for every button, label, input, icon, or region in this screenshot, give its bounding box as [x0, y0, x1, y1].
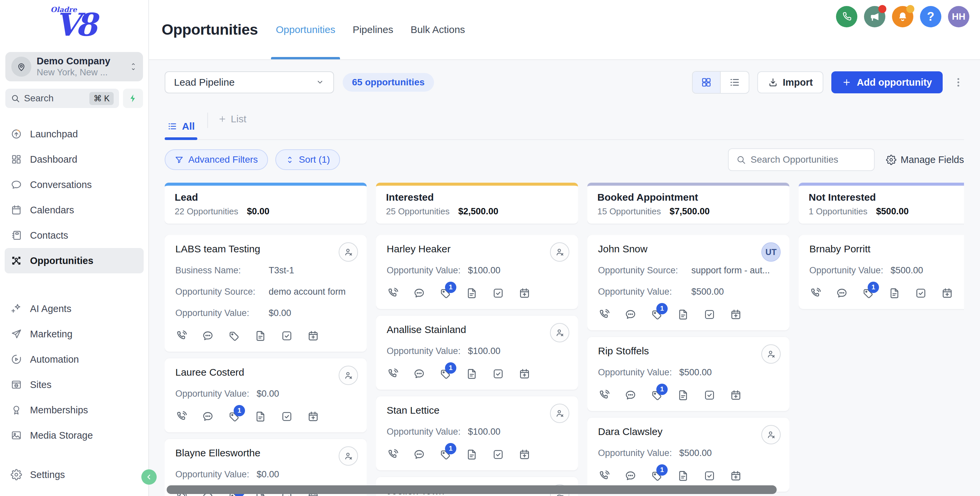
- note-action-button[interactable]: [255, 410, 267, 423]
- opportunity-card-brnaby-porritt[interactable]: Brnaby PorrittOpportunity Value:$500.001: [799, 235, 964, 309]
- tag-action-button[interactable]: 1: [228, 410, 240, 423]
- import-button[interactable]: Import: [757, 72, 823, 93]
- sidebar-item-memberships[interactable]: Memberships: [5, 397, 144, 423]
- message-action-button[interactable]: [202, 410, 214, 423]
- assignee-avatar[interactable]: [550, 323, 570, 342]
- sidebar-item-dashboard[interactable]: Dashboard: [5, 147, 144, 172]
- sidebar-item-contacts[interactable]: Contacts: [5, 223, 144, 248]
- phone-call-action-button[interactable]: [598, 308, 610, 321]
- opportunity-card-anallise-stainland[interactable]: Anallise StainlandOpportunity Value:$100…: [376, 316, 578, 389]
- sidebar-collapse-button[interactable]: [142, 469, 157, 485]
- sidebar-item-sites[interactable]: Sites: [5, 372, 144, 397]
- assignee-avatar[interactable]: [339, 366, 358, 385]
- column-header[interactable]: Booked Appointment15 Opportunities$7,500…: [587, 183, 789, 224]
- opportunity-card-harley-heaker[interactable]: Harley HeakerOpportunity Value:$100.001: [376, 235, 578, 309]
- tag-action-button[interactable]: 1: [439, 368, 452, 380]
- note-action-button[interactable]: [888, 287, 900, 299]
- more-options-button[interactable]: [953, 77, 964, 88]
- assignee-avatar[interactable]: [550, 242, 570, 262]
- sidebar-item-opportunities[interactable]: Opportunities: [5, 248, 144, 273]
- message-action-button[interactable]: [413, 448, 425, 461]
- column-header[interactable]: Lead22 Opportunities$0.00: [165, 183, 367, 224]
- tag-action-button[interactable]: [228, 330, 240, 342]
- tag-action-button[interactable]: 1: [439, 287, 452, 299]
- message-action-button[interactable]: [624, 389, 637, 401]
- note-action-button[interactable]: [677, 470, 689, 482]
- message-action-button[interactable]: [413, 368, 425, 380]
- message-action-button[interactable]: [202, 330, 214, 342]
- quick-actions-button[interactable]: [123, 89, 143, 108]
- opportunity-card-john-snow[interactable]: John SnowUTOpportunity Source:support fo…: [587, 235, 789, 330]
- phone-call-action-button[interactable]: [809, 287, 822, 299]
- assignee-avatar[interactable]: [761, 425, 781, 444]
- tab-opportunities[interactable]: Opportunities: [276, 0, 335, 59]
- grid-view-button[interactable]: [693, 72, 721, 93]
- tab-bulk-actions[interactable]: Bulk Actions: [410, 0, 465, 59]
- column-header[interactable]: Interested25 Opportunities$2,500.00: [376, 183, 578, 224]
- phone-call-action-button[interactable]: [387, 287, 399, 299]
- opportunity-card-stan-lettice[interactable]: Stan LetticeOpportunity Value:$100.001: [376, 396, 578, 471]
- sort-button[interactable]: Sort (1): [275, 149, 340, 170]
- task-action-button[interactable]: [915, 287, 927, 299]
- phone-call-action-button[interactable]: [598, 389, 610, 401]
- calendar-plus-action-button[interactable]: [518, 368, 531, 380]
- tab-pipelines[interactable]: Pipelines: [353, 0, 393, 59]
- opportunity-card-rip-stoffels[interactable]: Rip StoffelsOpportunity Value:$500.001: [587, 337, 789, 411]
- tag-action-button[interactable]: 1: [439, 448, 452, 461]
- note-action-button[interactable]: [677, 389, 689, 401]
- tag-action-button[interactable]: 1: [651, 470, 663, 482]
- message-action-button[interactable]: [413, 287, 425, 299]
- assignee-avatar[interactable]: [339, 242, 358, 262]
- manage-fields-button[interactable]: Manage Fields: [886, 154, 964, 165]
- sidebar-item-media-storage[interactable]: Media Storage: [5, 423, 144, 448]
- opportunity-card-dara-clawsley[interactable]: Dara ClawsleyOpportunity Value:$500.001: [587, 418, 789, 492]
- tag-action-button[interactable]: 1: [651, 389, 663, 401]
- phone-call-action-button[interactable]: [387, 448, 399, 461]
- assignee-avatar[interactable]: [550, 404, 570, 423]
- advanced-filters-button[interactable]: Advanced Filters: [165, 149, 268, 170]
- opportunity-count-pill[interactable]: 65 opportunities: [343, 73, 434, 92]
- task-action-button[interactable]: [492, 287, 504, 299]
- message-action-button[interactable]: [624, 308, 637, 321]
- task-action-button[interactable]: [703, 308, 716, 321]
- calendar-plus-action-button[interactable]: [941, 287, 953, 299]
- task-action-button[interactable]: [281, 410, 293, 423]
- tag-action-button[interactable]: 1: [651, 308, 663, 321]
- sidebar-item-marketing[interactable]: Marketing: [5, 321, 144, 347]
- help-button[interactable]: ?: [920, 6, 941, 27]
- note-action-button[interactable]: [466, 448, 478, 461]
- notifications-button[interactable]: [892, 6, 913, 27]
- opportunity-card-labs-team-testing[interactable]: LABS team TestingBusiness Name:T3st-1Opp…: [165, 235, 367, 352]
- message-action-button[interactable]: [836, 287, 848, 299]
- calendar-plus-action-button[interactable]: [518, 448, 531, 461]
- task-action-button[interactable]: [703, 470, 716, 482]
- sidebar-item-launchpad[interactable]: Launchpad: [5, 121, 144, 147]
- phone-button[interactable]: [836, 6, 858, 27]
- sidebar-search[interactable]: ⌘ K: [5, 89, 119, 108]
- sidebar-item-automation[interactable]: Automation: [5, 347, 144, 372]
- sidebar-item-conversations[interactable]: Conversations: [5, 172, 144, 197]
- assignee-avatar[interactable]: UT: [761, 242, 781, 262]
- calendar-plus-action-button[interactable]: [307, 330, 319, 342]
- account-button[interactable]: HH: [948, 6, 969, 27]
- message-action-button[interactable]: [624, 470, 637, 482]
- sidebar-item-settings[interactable]: Settings: [5, 462, 144, 487]
- note-action-button[interactable]: [466, 287, 478, 299]
- task-action-button[interactable]: [281, 330, 293, 342]
- horizontal-scrollbar[interactable]: [167, 485, 777, 494]
- opportunity-search-input[interactable]: [751, 154, 867, 165]
- tab-all[interactable]: All: [165, 111, 197, 139]
- note-action-button[interactable]: [466, 368, 478, 380]
- column-header[interactable]: Not Interested1 Opportunities$500.00: [799, 183, 964, 224]
- task-action-button[interactable]: [703, 389, 716, 401]
- calendar-plus-action-button[interactable]: [730, 470, 742, 482]
- calendar-plus-action-button[interactable]: [730, 308, 742, 321]
- assignee-avatar[interactable]: [339, 446, 358, 466]
- list-view-button[interactable]: [721, 72, 749, 93]
- tag-action-button[interactable]: 1: [862, 287, 874, 299]
- phone-call-action-button[interactable]: [387, 368, 399, 380]
- phone-call-action-button[interactable]: [598, 470, 610, 482]
- assignee-avatar[interactable]: [761, 344, 781, 364]
- announcements-button[interactable]: [864, 6, 885, 27]
- sidebar-item-calendars[interactable]: Calendars: [5, 197, 144, 223]
